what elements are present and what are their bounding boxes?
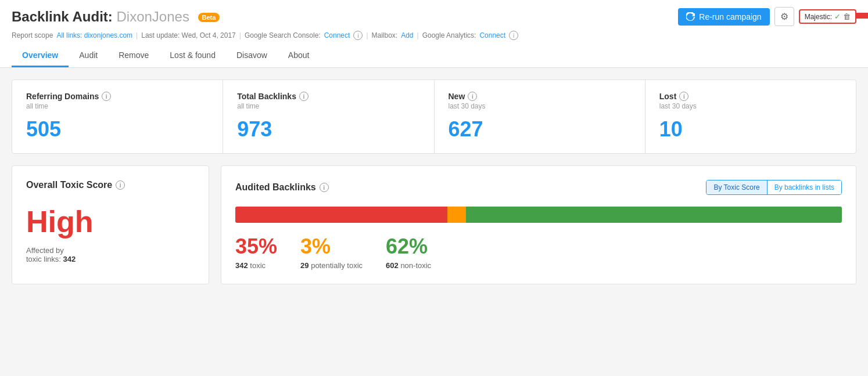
toxic-count: 342	[235, 261, 248, 270]
majestic-box: Majestic: ✓ 🗑	[799, 9, 856, 24]
beta-badge: Beta	[198, 13, 220, 22]
tab-audit[interactable]: Audit	[69, 45, 108, 67]
new-value: 627	[449, 117, 631, 142]
toxic-pct: 35%	[235, 234, 277, 259]
title-name: DixonJones	[116, 9, 189, 24]
total-backlinks-subtitle: all time	[237, 102, 419, 110]
rerun-label: Re-run campaign	[699, 12, 761, 21]
potentially-toxic-desc: 29 potentially toxic	[300, 261, 363, 270]
affected-label: Affected by	[26, 246, 64, 255]
stat-card-new: New i last 30 days 627	[435, 80, 645, 153]
majestic-delete-button[interactable]: 🗑	[843, 12, 851, 21]
rerun-campaign-button[interactable]: Re-run campaign	[678, 8, 769, 26]
ga-connect-link[interactable]: Connect	[479, 31, 505, 39]
tab-remove[interactable]: Remove	[108, 45, 159, 67]
toxic-score-value: High	[26, 204, 195, 239]
scope-label: Report scope	[12, 31, 53, 39]
non-toxic-count: 602	[386, 261, 399, 270]
potentially-toxic-label: potentially toxic	[311, 261, 363, 270]
scope-link[interactable]: All links: dixonjones.com	[56, 31, 132, 39]
tab-disavow[interactable]: Disavow	[226, 45, 278, 67]
non-toxic-desc: 602 non-toxic	[386, 261, 431, 270]
toxic-links-label: toxic links:	[26, 255, 61, 263]
new-subtitle: last 30 days	[449, 102, 631, 110]
stats-cards-row: Referring Domains i all time 505 Total B…	[12, 79, 856, 154]
toxicity-progress-bar	[235, 207, 842, 223]
settings-button[interactable]: ⚙	[774, 7, 794, 26]
total-backlinks-value: 973	[237, 117, 419, 142]
bottom-row: Overall Toxic Score i High Affected by t…	[12, 165, 856, 284]
toxic-score-card: Overall Toxic Score i High Affected by t…	[12, 165, 209, 284]
lost-info-icon[interactable]: i	[679, 92, 688, 101]
potentially-toxic-stat-item: 3% 29 potentially toxic	[300, 234, 363, 270]
toxic-score-title: Overall Toxic Score	[26, 180, 112, 190]
lost-subtitle: last 30 days	[659, 102, 842, 110]
meta-row: Report scope All links: dixonjones.com |…	[12, 31, 856, 40]
stat-card-total-backlinks: Total Backlinks i all time 973	[223, 80, 434, 153]
non-toxic-pct: 62%	[386, 234, 431, 259]
ga-info-icon[interactable]: i	[509, 31, 518, 40]
audited-header: Audited Backlinks i By Toxic Score By ba…	[235, 180, 842, 195]
progress-green-segment	[466, 207, 842, 223]
potentially-toxic-count: 29	[300, 261, 309, 270]
gsc-label: Google Search Console:	[245, 31, 321, 39]
stat-card-referring-domains: Referring Domains i all time 505	[12, 80, 223, 153]
gear-icon: ⚙	[780, 12, 788, 21]
toxic-stat-item: 35% 342 toxic	[235, 234, 277, 270]
toxic-links-count: 342	[63, 255, 76, 263]
toxic-score-info-icon[interactable]: i	[116, 180, 125, 190]
majestic-label: Majestic:	[805, 13, 832, 21]
progress-red-segment	[235, 207, 447, 223]
referring-domains-title: Referring Domains	[26, 92, 99, 101]
total-backlinks-info-icon[interactable]: i	[299, 92, 309, 101]
nav-tabs: Overview Audit Remove Lost & found Disav…	[12, 45, 856, 67]
mailbox-label: Mailbox:	[372, 31, 398, 39]
main-content: Referring Domains i all time 505 Total B…	[0, 68, 868, 296]
by-toxic-score-button[interactable]: By Toxic Score	[706, 180, 766, 194]
toxic-desc: 342 toxic	[235, 261, 277, 270]
by-backlinks-in-lists-button[interactable]: By backlinks in lists	[767, 180, 841, 194]
toxic-affected-text: Affected by toxic links: 342	[26, 246, 195, 263]
progress-orange-segment	[447, 207, 465, 223]
total-backlinks-title: Total Backlinks	[237, 92, 296, 101]
header-actions: Re-run campaign ⚙ Majestic: ✓ 🗑	[678, 7, 856, 26]
audited-stats-row: 35% 342 toxic 3% 29 potentially toxic 62…	[235, 234, 842, 270]
new-info-icon[interactable]: i	[468, 92, 477, 101]
ga-label: Google Analytics:	[422, 31, 476, 39]
red-arrow-indicator	[856, 6, 868, 26]
referring-domains-value: 505	[26, 117, 209, 142]
tab-overview[interactable]: Overview	[12, 45, 69, 67]
tab-about[interactable]: About	[278, 45, 320, 67]
audited-backlinks-card: Audited Backlinks i By Toxic Score By ba…	[221, 165, 856, 284]
refresh-icon	[686, 12, 695, 21]
audited-backlinks-title: Audited Backlinks	[235, 182, 316, 193]
new-title: New	[449, 92, 465, 101]
audited-backlinks-info-icon[interactable]: i	[320, 183, 329, 192]
title-prefix: Backlink Audit:	[12, 9, 113, 24]
last-update: Last update: Wed, Oct 4, 2017	[141, 31, 236, 39]
non-toxic-stat-item: 62% 602 non-toxic	[386, 234, 431, 270]
potentially-toxic-pct: 3%	[300, 234, 363, 259]
mailbox-add-link[interactable]: Add	[401, 31, 413, 39]
majestic-check-icon: ✓	[834, 12, 841, 21]
svg-marker-0	[856, 7, 868, 24]
non-toxic-label: non-toxic	[400, 261, 431, 270]
stat-card-lost: Lost i last 30 days 10	[645, 80, 856, 153]
gsc-connect-link[interactable]: Connect	[324, 31, 350, 39]
tab-lost-found[interactable]: Lost & found	[159, 45, 226, 67]
toxic-label: toxic	[250, 261, 266, 270]
gsc-info-icon[interactable]: i	[353, 31, 363, 40]
page-title: Backlink Audit: DixonJones Beta	[12, 9, 220, 25]
referring-domains-subtitle: all time	[26, 102, 209, 110]
view-toggle-group: By Toxic Score By backlinks in lists	[706, 180, 842, 195]
lost-value: 10	[659, 117, 842, 142]
lost-title: Lost	[659, 92, 677, 101]
referring-domains-info-icon[interactable]: i	[102, 92, 111, 101]
